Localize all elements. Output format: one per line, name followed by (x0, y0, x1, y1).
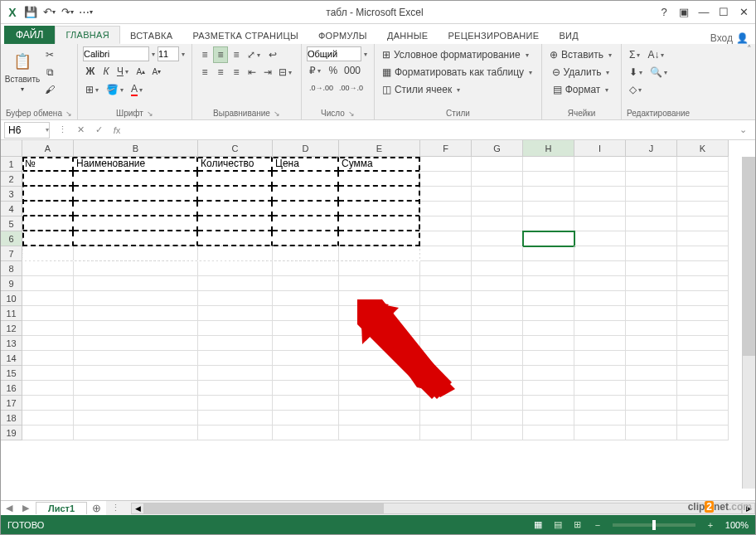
cell-E1[interactable]: Сумма (339, 157, 420, 172)
font-size-combo[interactable] (158, 46, 179, 61)
cell-F14[interactable] (420, 351, 472, 366)
cell-A12[interactable] (22, 321, 74, 336)
cell-E4[interactable] (339, 202, 420, 216)
cell-A4[interactable] (22, 202, 74, 216)
sort-filter-button[interactable]: A↓▾ (645, 46, 668, 63)
cell-K15[interactable] (677, 366, 729, 381)
cell-K10[interactable] (677, 291, 729, 306)
cell-I4[interactable] (574, 202, 626, 216)
cell-H6[interactable] (523, 231, 574, 246)
align-right-button[interactable]: ≡ (229, 64, 244, 80)
cell-K19[interactable] (677, 426, 729, 440)
cell-A16[interactable] (22, 381, 74, 396)
cell-F10[interactable] (420, 291, 472, 306)
cell-H11[interactable] (523, 306, 574, 321)
bold-button[interactable]: Ж (83, 63, 98, 80)
cell-I3[interactable] (574, 187, 626, 202)
cancel-formula-button[interactable]: ✕ (71, 122, 90, 139)
cell-H10[interactable] (523, 291, 574, 306)
cell-F6[interactable] (420, 231, 472, 246)
cell-E15[interactable] (339, 366, 420, 381)
cell-I9[interactable] (574, 276, 626, 291)
clear-button[interactable]: ◇▾ (627, 81, 646, 98)
cell-F4[interactable] (420, 202, 472, 216)
zoom-slider[interactable] (613, 523, 695, 527)
cell-E18[interactable] (339, 411, 420, 426)
fill-button[interactable]: ⬇▾ (627, 64, 647, 80)
orientation-button[interactable]: ⤢▾ (245, 46, 264, 63)
number-format-combo[interactable] (307, 46, 361, 61)
tab-formulas[interactable]: ФОРМУЛЫ (308, 27, 377, 44)
align-middle-button[interactable]: ≡ (213, 46, 228, 63)
cell-H4[interactable] (523, 202, 574, 216)
increase-indent-button[interactable]: ⇥ (260, 64, 275, 80)
row-header-10[interactable]: 10 (1, 291, 22, 306)
wrap-text-button[interactable]: ↩ (265, 46, 280, 63)
cell-D1[interactable]: Цена (273, 157, 339, 172)
row-header-13[interactable]: 13 (1, 336, 22, 351)
zoom-out-button[interactable]: − (588, 518, 608, 533)
cell-I19[interactable] (574, 426, 626, 440)
cell-F17[interactable] (420, 396, 472, 411)
cell-D17[interactable] (273, 396, 339, 411)
col-header-A[interactable]: A (22, 140, 74, 157)
cell-E12[interactable] (339, 321, 420, 336)
align-dialog-launcher[interactable]: ↘ (274, 109, 280, 118)
cell-J9[interactable] (626, 276, 677, 291)
cell-J19[interactable] (626, 426, 677, 440)
cell-J11[interactable] (626, 306, 677, 321)
cell-C15[interactable] (198, 366, 273, 381)
ribbon-display-icon[interactable]: ▣ (676, 4, 692, 21)
cell-G18[interactable] (472, 411, 523, 426)
font-color-button[interactable]: A▾ (128, 81, 147, 98)
cell-I15[interactable] (574, 366, 626, 381)
col-header-I[interactable]: I (574, 140, 626, 157)
cell-B9[interactable] (74, 276, 198, 291)
cell-G4[interactable] (472, 202, 523, 216)
cell-B11[interactable] (74, 306, 198, 321)
cell-C11[interactable] (198, 306, 273, 321)
align-center-button[interactable]: ≡ (213, 64, 228, 80)
cell-H12[interactable] (523, 321, 574, 336)
cell-E17[interactable] (339, 396, 420, 411)
redo-icon[interactable]: ↷▾ (59, 4, 75, 21)
col-header-B[interactable]: B (74, 140, 198, 157)
align-left-button[interactable]: ≡ (197, 64, 212, 80)
cell-A14[interactable] (22, 351, 74, 366)
cell-B6[interactable] (74, 231, 198, 246)
column-headers[interactable]: ABCDEFGHIJK (22, 140, 729, 157)
v-scroll-thumb[interactable] (743, 157, 755, 356)
decrease-decimal-button[interactable]: .00→.0 (337, 80, 366, 96)
row-header-1[interactable]: 1 (1, 157, 22, 172)
cell-J18[interactable] (626, 411, 677, 426)
tab-review[interactable]: РЕЦЕНЗИРОВАНИЕ (438, 27, 549, 44)
cell-K11[interactable] (677, 306, 729, 321)
fx-button[interactable]: fx (108, 122, 126, 139)
cell-E14[interactable] (339, 351, 420, 366)
cell-G9[interactable] (472, 276, 523, 291)
cell-G5[interactable] (472, 216, 523, 231)
cell-A8[interactable] (22, 261, 74, 276)
row-headers[interactable]: 12345678910111213141516171819 (1, 157, 22, 440)
cell-H5[interactable] (523, 216, 574, 231)
cell-H1[interactable] (523, 157, 574, 172)
cell-E7[interactable] (339, 246, 420, 261)
row-header-18[interactable]: 18 (1, 411, 22, 426)
zoom-in-button[interactable]: + (700, 518, 720, 533)
cell-C16[interactable] (198, 381, 273, 396)
cell-C13[interactable] (198, 336, 273, 351)
cell-C14[interactable] (198, 351, 273, 366)
enter-formula-button[interactable]: ✓ (90, 122, 108, 139)
row-header-7[interactable]: 7 (1, 246, 22, 261)
autosum-button[interactable]: Σ▾ (627, 46, 644, 63)
cell-C9[interactable] (198, 276, 273, 291)
cell-F16[interactable] (420, 381, 472, 396)
cell-J12[interactable] (626, 321, 677, 336)
cell-J10[interactable] (626, 291, 677, 306)
italic-button[interactable]: К (99, 63, 114, 80)
cell-F8[interactable] (420, 261, 472, 276)
cell-B8[interactable] (74, 261, 198, 276)
view-normal-button[interactable]: ▦ (528, 518, 548, 533)
cell-C8[interactable] (198, 261, 273, 276)
row-header-15[interactable]: 15 (1, 366, 22, 381)
